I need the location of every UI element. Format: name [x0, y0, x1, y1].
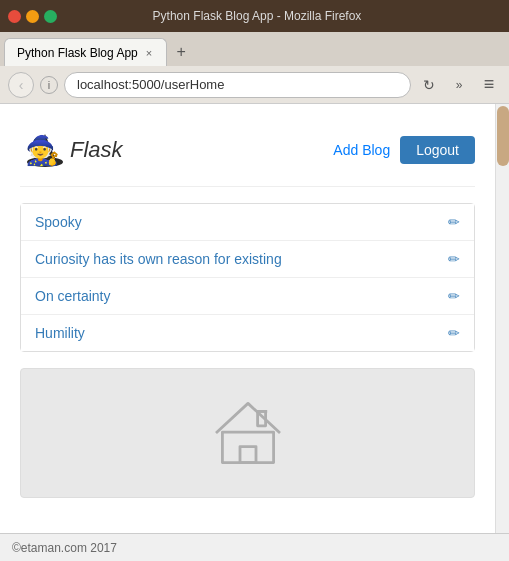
add-blog-button[interactable]: Add Blog [333, 142, 390, 158]
header-actions: Add Blog Logout [333, 136, 475, 164]
maximize-button[interactable] [44, 10, 57, 23]
svg-rect-4 [257, 411, 265, 425]
titlebar: Python Flask Blog App - Mozilla Firefox [0, 0, 509, 32]
extensions-button[interactable]: » [447, 73, 471, 97]
blog-item: Curiosity has its own reason for existin… [21, 241, 474, 278]
minimize-button[interactable] [26, 10, 39, 23]
blog-title-link[interactable]: Spooky [35, 214, 82, 230]
scrollbar-track [495, 104, 509, 533]
back-icon: ‹ [19, 77, 24, 93]
edit-icon[interactable]: ✏ [448, 288, 460, 304]
scrollbar-thumb[interactable] [497, 106, 509, 166]
menu-icon: ≡ [484, 74, 495, 95]
blog-title-link[interactable]: Curiosity has its own reason for existin… [35, 251, 282, 267]
home-icon [208, 393, 288, 473]
addressbar: ‹ i ↻ » ≡ [0, 66, 509, 104]
home-image-placeholder [20, 368, 475, 498]
blog-list: Spooky ✏ Curiosity has its own reason fo… [20, 203, 475, 352]
tabbar: Python Flask Blog App × + [0, 32, 509, 66]
flask-logo-icon: 🧙 [20, 130, 70, 170]
menu-button[interactable]: ≡ [477, 73, 501, 97]
blog-item: On certainty ✏ [21, 278, 474, 315]
svg-text:🧙: 🧙 [25, 134, 60, 167]
new-tab-button[interactable]: + [169, 40, 193, 64]
back-button[interactable]: ‹ [8, 72, 34, 98]
close-button[interactable] [8, 10, 21, 23]
refresh-button[interactable]: ↻ [417, 73, 441, 97]
refresh-icon: ↻ [423, 77, 435, 93]
info-icon: i [48, 79, 50, 91]
blog-item: Humility ✏ [21, 315, 474, 351]
page-main: 🧙 Flask Add Blog Logout Spooky ✏ Curiosi… [0, 104, 495, 533]
blog-title-link[interactable]: Humility [35, 325, 85, 341]
edit-icon[interactable]: ✏ [448, 325, 460, 341]
url-input[interactable] [64, 72, 411, 98]
browser-content: 🧙 Flask Add Blog Logout Spooky ✏ Curiosi… [0, 104, 509, 533]
blog-title-link[interactable]: On certainty [35, 288, 110, 304]
blog-item: Spooky ✏ [21, 204, 474, 241]
flask-logo-text: Flask [70, 137, 123, 163]
tab-close-icon[interactable]: × [144, 46, 154, 60]
footer: ©etaman.com 2017 [0, 533, 509, 561]
active-tab[interactable]: Python Flask Blog App × [4, 38, 167, 66]
edit-icon[interactable]: ✏ [448, 251, 460, 267]
extensions-icon: » [456, 78, 463, 92]
security-info-icon[interactable]: i [40, 76, 58, 94]
tab-label: Python Flask Blog App [17, 46, 138, 60]
copyright-text: ©etaman.com 2017 [12, 541, 117, 555]
flask-logo: 🧙 Flask [20, 130, 123, 170]
edit-icon[interactable]: ✏ [448, 214, 460, 230]
window-controls [8, 10, 57, 23]
window-title: Python Flask Blog App - Mozilla Firefox [63, 9, 451, 23]
logout-button[interactable]: Logout [400, 136, 475, 164]
svg-rect-3 [240, 447, 256, 463]
site-header: 🧙 Flask Add Blog Logout [20, 120, 475, 187]
